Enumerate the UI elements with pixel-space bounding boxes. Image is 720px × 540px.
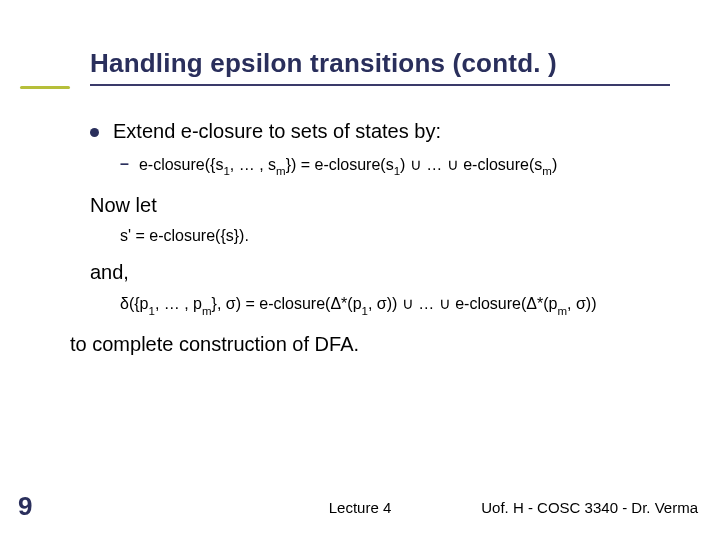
subscript: 1 [394,165,400,177]
subscript: 1 [148,305,154,317]
bullet-disc-icon [90,128,99,137]
equation-s-prime: s' = e-closure({s}). [120,227,690,245]
seg: }, σ) = e-closure(Δ*(p [212,295,362,312]
slide-title: Handling epsilon transitions (contd. ) [90,48,670,79]
title-underline [90,84,670,86]
page-number: 9 [18,491,32,522]
accent-line [20,86,70,89]
seg: , … , p [155,295,202,312]
subscript: 1 [223,165,229,177]
subscript: m [557,305,567,317]
seg: , σ)) ∪ … ∪ e-closure(Δ*(p [368,295,557,312]
seg: , … , s [230,156,276,173]
now-let-line: Now let [90,194,690,217]
subscript: m [202,305,212,317]
seg: }) = e-closure(s [286,156,394,173]
seg: ) [552,156,557,173]
seg: δ({p [120,295,148,312]
subscript: m [542,165,552,177]
sub-bullet-1: – e-closure({s1, … , sm}) = e-closure(s1… [120,155,690,176]
footer-right: Uof. H - COSC 3340 - Dr. Verma [481,499,698,516]
and-line: and, [90,261,690,284]
final-line: to complete construction of DFA. [70,333,690,356]
subscript: m [276,165,286,177]
seg: ) ∪ … ∪ e-closure(s [400,156,542,173]
equation-delta: δ({p1, … , pm}, σ) = e-closure(Δ*(p1, σ)… [120,294,690,315]
sub-bullet-1-text: e-closure({s1, … , sm}) = e-closure(s1) … [139,155,557,176]
footer-center: Lecture 4 [329,499,392,516]
dash-icon: – [120,155,129,173]
slide: Handling epsilon transitions (contd. ) E… [0,0,720,540]
bullet-1-text: Extend e-closure to sets of states by: [113,120,441,143]
subscript: 1 [362,305,368,317]
content-area: Extend e-closure to sets of states by: –… [90,120,690,356]
seg: , σ)) [567,295,596,312]
title-wrap: Handling epsilon transitions (contd. ) [90,48,670,79]
bullet-row-1: Extend e-closure to sets of states by: [90,120,690,143]
seg: e-closure({s [139,156,223,173]
